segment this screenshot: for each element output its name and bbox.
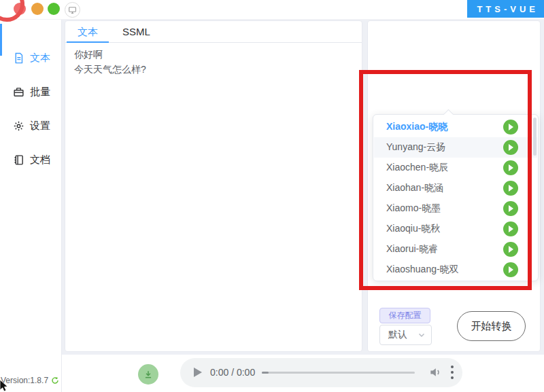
play-sample-icon[interactable] <box>503 120 518 135</box>
text-input-area[interactable]: 你好啊 今天天气怎么样? <box>74 47 353 77</box>
sidebar-item-label: 文本 <box>30 52 50 65</box>
corner-decoration <box>0 0 24 22</box>
voice-option-label: Xiaoqiu-晓秋 <box>386 223 440 235</box>
volume-icon[interactable] <box>428 366 442 379</box>
maximize-button[interactable] <box>48 3 60 15</box>
voice-option[interactable]: Xiaorui-晓睿 <box>374 239 537 260</box>
minimize-button[interactable] <box>31 3 44 15</box>
play-sample-icon[interactable] <box>503 181 518 196</box>
player-menu-icon[interactable] <box>451 366 454 379</box>
sidebar: 文本 批量 设置 文档 Version:1.8.7 <box>0 19 62 392</box>
sidebar-item-settings[interactable]: 设置 <box>0 115 61 136</box>
sidebar-item-label: 设置 <box>30 120 50 132</box>
check-update-icon[interactable] <box>51 376 59 385</box>
play-sample-icon[interactable] <box>503 160 518 175</box>
sidebar-item-text[interactable]: 文本 <box>0 48 61 68</box>
voice-option[interactable]: Xiaochen-晓辰 <box>374 158 537 178</box>
sidebar-item-label: 批量 <box>30 86 50 99</box>
chevron-down-icon <box>418 331 426 339</box>
sidebar-item-batch[interactable]: 批量 <box>0 82 61 102</box>
play-sample-icon[interactable] <box>503 262 518 277</box>
voice-option-label: Xiaohan-晓涵 <box>386 182 443 194</box>
download-icon <box>143 370 153 379</box>
sidebar-item-label: 文档 <box>30 154 50 166</box>
voice-option-label: Xiaochen-晓辰 <box>386 162 448 174</box>
play-sample-icon[interactable] <box>503 140 518 155</box>
voice-option-label: Xiaomo-晓墨 <box>386 202 441 215</box>
dropdown-scrollbar[interactable] <box>533 118 537 156</box>
voice-option[interactable]: Xiaoxiao-晓晓 <box>374 117 537 137</box>
voice-option-label: Xiaoshuang-晓双 <box>386 264 459 276</box>
voice-option[interactable]: Xiaoqiu-晓秋 <box>374 219 537 239</box>
docs-icon <box>13 154 24 166</box>
voice-dropdown: Xiaoxiao-晓晓 Yunyang-云扬 Xiaochen-晓辰 Xiaoh… <box>373 114 539 281</box>
pin-window-button[interactable] <box>65 2 80 18</box>
monitor-icon <box>68 5 77 14</box>
audio-player: 0:00 / 0:00 <box>180 358 462 387</box>
voice-option[interactable]: Yunyang-云扬 <box>374 137 537 158</box>
player-time: 0:00 / 0:00 <box>210 367 255 378</box>
app-logo: TTS-VUE <box>467 0 544 18</box>
voice-option-label: Yunyang-云扬 <box>386 141 445 154</box>
tab-ssml[interactable]: SSML <box>110 22 163 42</box>
titlebar: TTS-VUE <box>0 0 544 20</box>
voice-option-label: Xiaorui-晓睿 <box>386 243 438 255</box>
play-sample-icon[interactable] <box>503 242 518 257</box>
batch-icon <box>13 86 24 98</box>
preset-select[interactable]: 默认 <box>379 325 432 345</box>
download-audio-button[interactable] <box>138 364 158 385</box>
play-sample-icon[interactable] <box>503 221 518 236</box>
mouse-cursor <box>0 380 10 392</box>
sidebar-item-docs[interactable]: 文档 <box>0 149 61 170</box>
play-icon[interactable] <box>194 368 202 377</box>
preset-value: 默认 <box>388 329 407 341</box>
start-convert-button[interactable]: 开始转换 <box>457 311 526 341</box>
save-config-button[interactable]: 保存配置 <box>379 308 430 323</box>
play-sample-icon[interactable] <box>503 201 518 216</box>
editor-tabbar: 文本 SSML <box>65 21 362 43</box>
player-progress-bar[interactable] <box>262 372 415 374</box>
text-doc-icon <box>13 52 24 64</box>
voice-option[interactable]: Xiaoshuang-晓双 <box>374 260 537 280</box>
editor-card: 文本 SSML 你好啊 今天天气怎么样? <box>65 20 362 352</box>
voice-option[interactable]: Xiaohan-晓涵 <box>374 178 537 198</box>
gear-icon <box>13 120 24 132</box>
voice-option[interactable]: Xiaomo-晓墨 <box>374 198 537 219</box>
voice-option-label: Xiaoxiao-晓晓 <box>386 121 447 133</box>
tab-text[interactable]: 文本 <box>65 22 110 42</box>
